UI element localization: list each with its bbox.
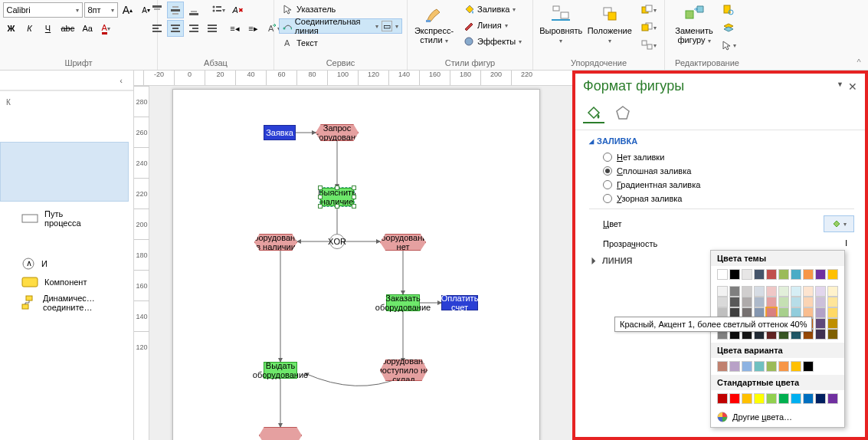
color-swatch[interactable] bbox=[766, 393, 777, 404]
stencil-path[interactable]: Путьпроцесса bbox=[0, 206, 133, 231]
color-swatch[interactable] bbox=[778, 393, 789, 404]
rectangle-tool-button[interactable]: ▭ bbox=[382, 21, 392, 31]
color-swatch[interactable] bbox=[827, 286, 838, 297]
align-left-button[interactable] bbox=[149, 20, 165, 37]
connector-tool[interactable]: Соединительная линия ▾ ▭ ▾ bbox=[279, 18, 402, 34]
color-swatch[interactable] bbox=[742, 393, 752, 404]
align-middle-button[interactable] bbox=[167, 2, 184, 18]
color-swatch[interactable] bbox=[815, 307, 826, 318]
align-bottom-button[interactable] bbox=[185, 2, 202, 18]
align-button[interactable]: Выровнять ▾ bbox=[538, 2, 585, 46]
underline-button[interactable]: Ч bbox=[40, 20, 57, 37]
more-colors-button[interactable]: Другие цвета… bbox=[711, 407, 844, 427]
section-fill-header[interactable]: ◢ЗАЛИВКА bbox=[589, 136, 854, 146]
color-swatch[interactable] bbox=[791, 393, 801, 404]
radio-pattern-fill[interactable]: Узорная заливка bbox=[589, 192, 854, 205]
send-back-button[interactable]: ▾ bbox=[638, 19, 660, 36]
align-right-button[interactable] bbox=[185, 20, 202, 37]
color-swatch[interactable] bbox=[815, 286, 826, 297]
clear-format-button[interactable]: A✖ bbox=[230, 2, 247, 18]
font-name-combo[interactable]: Calibri ▾ bbox=[3, 2, 83, 18]
grow-font-button[interactable]: A▴ bbox=[120, 2, 136, 18]
tab-effects[interactable] bbox=[612, 102, 634, 123]
color-swatch[interactable] bbox=[827, 307, 838, 318]
radio-no-fill[interactable]: Нет заливки bbox=[589, 150, 854, 164]
color-swatch[interactable] bbox=[717, 286, 728, 297]
shape-in-stock[interactable]: Оборудование в наличии bbox=[254, 234, 297, 251]
shape-pay-invoice[interactable]: Оплатить счет bbox=[441, 295, 478, 310]
font-size-combo[interactable]: 8пт ▾ bbox=[84, 2, 118, 18]
layers-button[interactable] bbox=[718, 19, 739, 36]
text-tool[interactable]: A Текст bbox=[279, 35, 322, 51]
color-swatch[interactable] bbox=[766, 286, 777, 297]
position-button[interactable]: Положение ▾ bbox=[586, 2, 634, 46]
justify-button[interactable] bbox=[204, 20, 221, 37]
color-swatch[interactable] bbox=[815, 393, 826, 404]
color-swatch[interactable] bbox=[742, 361, 752, 372]
color-swatch[interactable] bbox=[717, 393, 728, 404]
color-swatch[interactable] bbox=[766, 269, 777, 280]
stencil-component[interactable]: Компонент bbox=[0, 274, 133, 291]
color-swatch[interactable] bbox=[815, 297, 826, 307]
color-swatch[interactable] bbox=[729, 393, 740, 404]
shape-order-equipment[interactable]: Заказать оборудование bbox=[386, 294, 420, 311]
color-swatch[interactable] bbox=[815, 318, 826, 329]
line-button[interactable]: Линия▾ bbox=[460, 18, 526, 33]
color-swatch[interactable] bbox=[791, 297, 801, 307]
pane-chevron-icon[interactable]: ‹ bbox=[113, 73, 129, 88]
group-button[interactable]: ▾ bbox=[638, 37, 660, 54]
color-swatch[interactable] bbox=[754, 269, 765, 280]
color-swatch[interactable] bbox=[803, 297, 814, 307]
color-swatch[interactable] bbox=[815, 269, 826, 280]
color-swatch[interactable] bbox=[766, 361, 777, 372]
quick-shapes-set[interactable] bbox=[0, 142, 129, 202]
color-swatch[interactable] bbox=[742, 269, 752, 280]
align-center-button[interactable] bbox=[167, 20, 184, 37]
pointer-tool[interactable]: Указатель bbox=[279, 2, 339, 17]
color-swatch[interactable] bbox=[754, 361, 765, 372]
color-swatch[interactable] bbox=[815, 329, 826, 340]
color-swatch[interactable] bbox=[827, 269, 838, 280]
color-swatch[interactable] bbox=[827, 318, 838, 329]
color-swatch[interactable] bbox=[729, 269, 740, 280]
italic-button[interactable]: К bbox=[21, 20, 38, 37]
radio-solid-fill[interactable]: Сплошная заливка bbox=[589, 164, 854, 178]
canvas[interactable]: Заявка Запрос оборудования Выяснить нали… bbox=[149, 86, 572, 440]
color-swatch[interactable] bbox=[742, 297, 752, 307]
color-swatch[interactable] bbox=[729, 361, 740, 372]
font-color-button[interactable]: A▾ bbox=[97, 20, 114, 37]
case-button[interactable]: Aa bbox=[79, 20, 96, 37]
color-swatch[interactable] bbox=[717, 361, 728, 372]
change-shape-button[interactable]: Заменить фигуру ▾ bbox=[675, 2, 712, 46]
color-swatch[interactable] bbox=[827, 297, 838, 307]
color-swatch[interactable] bbox=[778, 269, 789, 280]
radio-gradient-fill[interactable]: Градиентная заливка bbox=[589, 178, 854, 192]
color-swatch[interactable] bbox=[791, 286, 801, 297]
color-swatch[interactable] bbox=[803, 361, 814, 372]
color-swatch[interactable] bbox=[766, 297, 777, 307]
shape-issue-equipment[interactable]: Выдать оборудование bbox=[264, 362, 297, 379]
color-swatch[interactable] bbox=[729, 286, 740, 297]
stencil-dynamic-connector[interactable]: Динамичес…соедините… bbox=[0, 291, 133, 315]
indent-inc-button[interactable]: ≡▸ bbox=[245, 20, 262, 37]
color-swatch[interactable] bbox=[729, 297, 740, 307]
color-swatch[interactable] bbox=[717, 269, 728, 280]
color-swatch[interactable] bbox=[827, 329, 838, 340]
color-swatch[interactable] bbox=[754, 393, 765, 404]
select-button[interactable]: ▾ bbox=[718, 37, 739, 54]
close-icon[interactable]: ✕ bbox=[848, 80, 857, 93]
color-swatch[interactable] bbox=[717, 297, 728, 307]
effects-button[interactable]: Эффекты▾ bbox=[460, 34, 526, 49]
fill-button[interactable]: Заливка▾ bbox=[460, 2, 526, 17]
bullets-button[interactable]: ▾ bbox=[208, 2, 228, 18]
shape-check-availability[interactable]: Выяснить наличие bbox=[320, 188, 354, 206]
color-swatch[interactable] bbox=[803, 393, 814, 404]
color-swatch[interactable] bbox=[754, 297, 765, 307]
color-swatch[interactable] bbox=[778, 297, 789, 307]
shape-received-warehouse[interactable]: Оборудование поступило на склад bbox=[380, 360, 427, 381]
tab-fill-line[interactable] bbox=[583, 102, 604, 123]
color-swatch[interactable] bbox=[742, 286, 752, 297]
shape-request[interactable]: Заявка bbox=[264, 125, 296, 140]
color-swatch[interactable] bbox=[754, 286, 765, 297]
find-icon-button[interactable] bbox=[718, 2, 739, 18]
